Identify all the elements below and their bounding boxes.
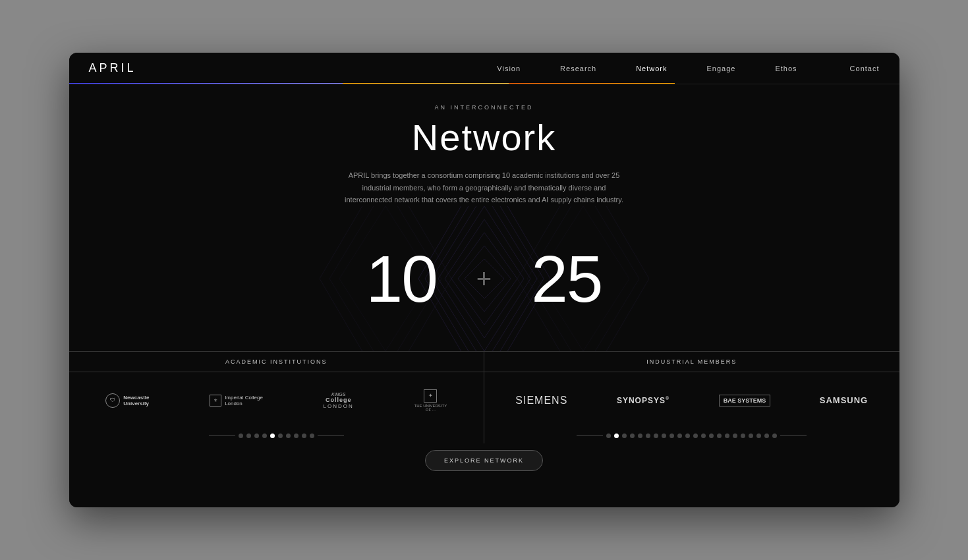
stats-numbers: 10 + 25 [69,246,899,312]
dot-10[interactable] [310,434,314,438]
logos-section: ACADEMIC INSTITUTIONS 🛡 Newcastle Univer… [69,351,899,443]
dot-1[interactable] [239,434,243,438]
dot-2[interactable] [246,434,251,438]
ind-dot-16[interactable] [725,434,729,438]
ind-dot-7[interactable] [654,434,658,438]
industrial-col: INDUSTRIAL MEMBERS SIEMENS SYNOPSYS® BAE… [484,352,899,443]
ind-dot-11[interactable] [685,434,690,438]
ind-dot-19[interactable] [749,434,753,438]
synopsys-logo: SYNOPSYS® [617,396,669,405]
samsung-logo: SAMSUNG [820,395,868,405]
ind-dot-22[interactable] [772,434,777,438]
hero-description: APRIL brings together a consortium compr… [339,169,629,206]
industrial-dots-line-left [577,435,603,436]
industrial-logos-row: SIEMENS SYNOPSYS® BAE SYSTEMS SAMSUNG [484,372,899,428]
nav-links: Vision Research Network Engage Ethos [497,65,797,72]
ind-dot-3[interactable] [622,434,627,438]
ind-dot-4[interactable] [630,434,635,438]
ind-dot-14[interactable] [709,434,714,438]
ind-dot-5[interactable] [638,434,642,438]
stat-industrial-count: 25 [531,246,602,312]
ind-dot-2-active[interactable] [614,434,619,438]
logo[interactable]: APRiL [89,61,136,75]
dot-3[interactable] [254,434,259,438]
industrial-header: INDUSTRIAL MEMBERS [484,352,899,372]
academic-logos-row: 🛡 Newcastle University ⚜ [69,372,484,428]
industrial-dots-line-right [780,435,807,436]
dot-7[interactable] [286,434,291,438]
imperial-logo: ⚜ Imperial College London [210,395,263,406]
main-content: AN INTERCONNECTED Network APRIL brings t… [69,84,899,507]
ind-dot-10[interactable] [677,434,682,438]
nav-network[interactable]: Network [636,65,667,72]
newcastle-logo: 🛡 Newcastle University [105,393,149,408]
dots-line-left [209,435,235,436]
explore-section: EXPLORE NETWORK [69,443,899,478]
explore-network-button[interactable]: EXPLORE NETWORK [425,450,543,471]
progress-orange [509,83,675,84]
siemens-logo: SIEMENS [515,395,567,406]
other-university-logo: ✦ THE UNIVERSITYOF ... [414,389,447,412]
academic-header: ACADEMIC INSTITUTIONS [69,352,484,372]
bae-systems-logo: BAE SYSTEMS [719,395,771,406]
dot-8[interactable] [294,434,299,438]
progress-blue [69,83,343,84]
ind-dot-12[interactable] [693,434,698,438]
academic-col: ACADEMIC INSTITUTIONS 🛡 Newcastle Univer… [69,352,485,443]
ind-dot-21[interactable] [764,434,769,438]
ind-dot-8[interactable] [662,434,666,438]
university-crest-icon: ✦ [424,389,437,403]
nav-engage[interactable]: Engage [707,65,736,72]
stat-academic-count: 10 [366,246,437,312]
ind-dot-9[interactable] [669,434,674,438]
dot-5-active[interactable] [270,434,275,438]
navigation: APRiL Vision Research Network Engage Eth… [69,53,899,84]
ind-dot-6[interactable] [646,434,650,438]
nav-ethos[interactable]: Ethos [775,65,797,72]
hero-section: AN INTERCONNECTED Network APRIL brings t… [69,84,899,206]
dot-9[interactable] [302,434,306,438]
ind-dot-13[interactable] [701,434,706,438]
newcastle-shield-icon: 🛡 [105,393,120,408]
ind-dot-15[interactable] [717,434,722,438]
dot-4[interactable] [262,434,267,438]
ind-dot-18[interactable] [741,434,745,438]
nav-research[interactable]: Research [560,65,596,72]
stat-plus-sign: + [476,264,492,294]
ind-dot-20[interactable] [756,434,761,438]
hero-subtitle: AN INTERCONNECTED [434,104,533,111]
nav-contact[interactable]: Contact [850,65,880,72]
imperial-crest-icon: ⚜ [210,395,221,406]
kings-logo: KiNGS College LONDON [324,392,354,409]
nav-vision[interactable]: Vision [497,65,521,72]
academic-dots [69,428,484,443]
progress-yellow [343,83,509,84]
dots-line-right [318,435,344,436]
ind-dot-1[interactable] [606,434,611,438]
ind-dot-17[interactable] [733,434,737,438]
industrial-dots [484,428,899,443]
hero-title: Network [412,116,556,159]
dot-6[interactable] [278,434,283,438]
nav-progress-bar [69,82,899,84]
browser-frame: APRiL Vision Research Network Engage Eth… [69,53,899,507]
stats-section: 10 + 25 [69,206,899,351]
